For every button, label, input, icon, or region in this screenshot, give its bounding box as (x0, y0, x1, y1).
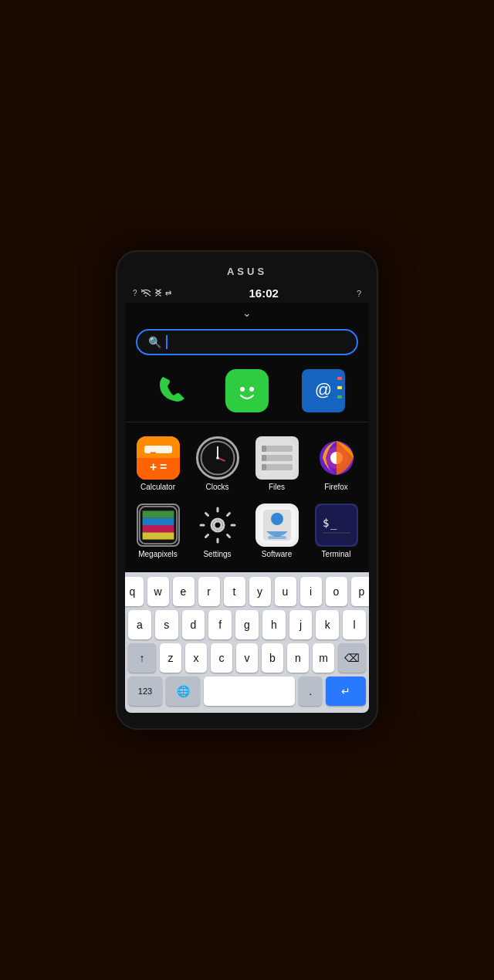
numbers-key[interactable]: 123 (128, 677, 162, 706)
key-d[interactable]: d (182, 610, 205, 639)
app-megapixels[interactable]: Megapixels (128, 497, 188, 565)
svg-text:$: $ (323, 517, 329, 529)
svg-rect-34 (142, 510, 174, 517)
key-b[interactable]: b (262, 643, 283, 673)
period-key[interactable]: . (299, 677, 322, 706)
chevron-down-icon[interactable]: ⌄ (242, 307, 252, 319)
svg-point-2 (240, 387, 245, 392)
contacts-icon: @ (302, 369, 345, 412)
search-cursor (166, 335, 167, 349)
keyboard-row-2: a s d f g h j k l (128, 610, 366, 639)
key-j[interactable]: j (289, 610, 313, 639)
clocks-icon (196, 436, 239, 480)
key-x[interactable]: x (185, 643, 207, 673)
status-left-icons: ? ⇄ (133, 287, 171, 300)
key-q[interactable]: q (125, 577, 144, 606)
app-grid: + = − Calculator (125, 422, 369, 572)
app-software-label: Software (262, 550, 292, 558)
space-key[interactable] (204, 677, 295, 706)
key-w[interactable]: w (147, 577, 169, 606)
key-i[interactable]: i (300, 577, 322, 606)
key-m[interactable]: m (313, 643, 334, 673)
key-z[interactable]: z (160, 643, 181, 673)
svg-rect-11 (144, 446, 172, 453)
chat-icon (225, 369, 269, 412)
phone-icon (149, 369, 192, 412)
app-clocks[interactable]: Clocks (188, 430, 247, 497)
status-time: 16:02 (171, 287, 357, 300)
search-bar[interactable]: 🔍 (136, 329, 358, 355)
keyboard: q w e r t y u i o p a s d f g h j k (125, 572, 369, 713)
key-n[interactable]: n (287, 643, 309, 673)
phone-screen: ? ⇄ 16:02 ? (125, 282, 369, 713)
files-icon (255, 436, 299, 480)
svg-rect-26 (262, 464, 266, 470)
key-o[interactable]: o (326, 577, 347, 606)
key-v[interactable]: v (236, 643, 258, 673)
key-p[interactable]: p (351, 577, 370, 606)
firefox-icon (315, 436, 358, 480)
key-g[interactable]: g (235, 610, 259, 639)
svg-rect-1 (230, 374, 264, 408)
app-settings[interactable]: Settings (188, 497, 247, 565)
app-calculator-label: Calculator (140, 483, 175, 491)
app-software[interactable]: Software (247, 497, 306, 565)
backspace-key[interactable]: ⌫ (338, 643, 366, 673)
svg-rect-7 (337, 386, 342, 389)
key-s[interactable]: s (155, 610, 178, 639)
wifi-icon (140, 289, 151, 298)
globe-key[interactable]: 🌐 (166, 677, 200, 706)
svg-rect-8 (337, 395, 342, 398)
status-right-icon: ? (357, 289, 361, 298)
key-c[interactable]: c (211, 643, 232, 673)
app-settings-label: Settings (203, 550, 231, 558)
key-f[interactable]: f (208, 610, 232, 639)
sync-icon: ⇄ (165, 289, 171, 297)
app-clocks-label: Clocks (205, 483, 228, 491)
svg-rect-25 (262, 455, 266, 461)
search-icon: 🔍 (148, 336, 161, 348)
terminal-icon: $ _ (315, 504, 358, 547)
pinned-apps-row: @ (125, 363, 369, 422)
app-files[interactable]: Files (247, 430, 306, 497)
svg-rect-10 (137, 458, 180, 480)
settings-icon (196, 504, 239, 547)
key-k[interactable]: k (316, 610, 339, 639)
app-megapixels-label: Megapixels (138, 550, 178, 558)
key-e[interactable]: e (173, 577, 195, 606)
key-u[interactable]: u (275, 577, 296, 606)
app-terminal-label: Terminal (322, 550, 351, 558)
key-t[interactable]: t (224, 577, 245, 606)
megapixels-icon (137, 504, 180, 547)
keyboard-row-1: q w e r t y u i o p (128, 577, 366, 606)
key-a[interactable]: a (128, 610, 151, 639)
key-h[interactable]: h (262, 610, 286, 639)
enter-key[interactable]: ↵ (326, 677, 366, 706)
app-firefox-label: Firefox (324, 483, 348, 491)
chevron-row[interactable]: ⌄ (125, 303, 369, 324)
app-phone[interactable] (144, 369, 198, 415)
svg-rect-32 (142, 525, 174, 532)
key-r[interactable]: r (198, 577, 220, 606)
keyboard-row-3: ↑ z x c v b n m ⌫ (128, 643, 366, 673)
app-calculator[interactable]: + = − Calculator (128, 430, 188, 497)
svg-point-36 (214, 521, 222, 529)
key-y[interactable]: y (249, 577, 271, 606)
app-contacts[interactable]: @ (296, 369, 350, 415)
brand-label: ASUS (125, 266, 369, 277)
unknown-icon: ? (133, 289, 137, 297)
status-bar: ? ⇄ 16:02 ? (125, 282, 369, 303)
calculator-icon: + = − (137, 436, 180, 480)
svg-text:_: _ (330, 517, 337, 530)
svg-rect-33 (142, 518, 174, 525)
svg-rect-6 (337, 377, 342, 380)
app-terminal[interactable]: $ _ Terminal (306, 497, 366, 565)
svg-text:+: + (150, 460, 157, 473)
app-chat[interactable] (220, 369, 274, 415)
svg-point-19 (216, 456, 219, 459)
key-l[interactable]: l (343, 610, 366, 639)
svg-point-39 (271, 513, 283, 525)
bluetooth-icon (154, 287, 162, 300)
app-firefox[interactable]: Firefox (306, 430, 366, 497)
shift-key[interactable]: ↑ (128, 643, 156, 673)
